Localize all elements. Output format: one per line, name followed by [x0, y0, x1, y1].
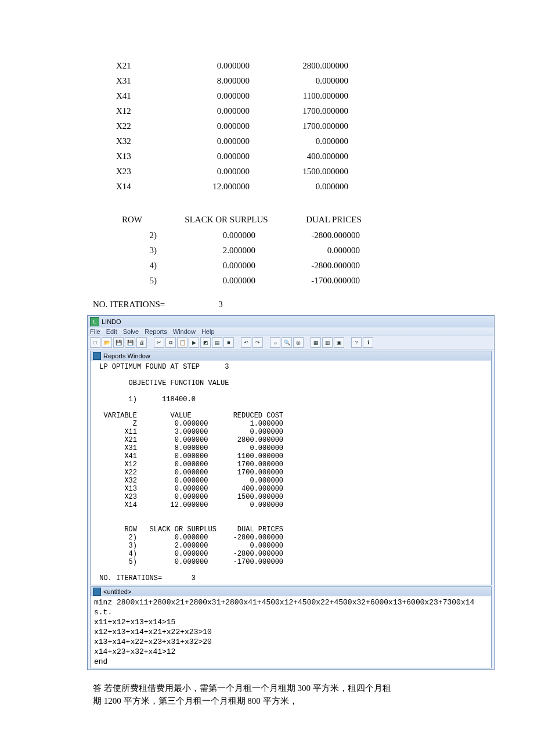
save2-icon[interactable]: 💾: [125, 337, 135, 348]
model-text[interactable]: minz 2800x11+2800x21+2800x31+2800x41+450…: [91, 596, 491, 668]
menubar: File Edit Solve Reports Window Help: [88, 327, 494, 336]
variable-table: X210.0000002800.000000 X318.0000000.0000…: [116, 58, 453, 194]
redo-icon[interactable]: ↷: [252, 337, 263, 348]
arrange-icon[interactable]: ▣: [334, 337, 344, 348]
open-icon[interactable]: 📂: [102, 337, 112, 348]
report-icon[interactable]: ▤: [212, 337, 222, 348]
save-icon[interactable]: 💾: [113, 337, 124, 348]
table-row: X1412.0000000.000000: [116, 179, 453, 194]
target-icon[interactable]: ◎: [293, 337, 304, 348]
window-titlebar[interactable]: L LINDO: [88, 316, 494, 327]
menu-file[interactable]: File: [90, 328, 100, 335]
menu-edit[interactable]: Edit: [106, 328, 117, 335]
var-value: 0.000000: [168, 61, 250, 71]
table-row: X230.0000001500.000000: [116, 164, 453, 179]
menu-help[interactable]: Help: [201, 328, 215, 335]
window-icon: [93, 352, 101, 360]
window-title: LINDO: [102, 318, 121, 325]
new-icon[interactable]: □: [90, 337, 100, 348]
table-row: X120.0000001700.000000: [116, 103, 453, 118]
tile-icon[interactable]: ▦: [311, 337, 321, 348]
paste-icon[interactable]: 📋: [177, 337, 187, 348]
stop-icon[interactable]: ■: [223, 337, 234, 348]
cascade-icon[interactable]: ▥: [322, 337, 333, 348]
print-icon[interactable]: 🖨: [136, 337, 147, 348]
subwindow-title: <untitled>: [103, 588, 131, 595]
reports-subwindow: Reports Window LP OPTIMUM FOUND AT STEP …: [90, 351, 492, 585]
table-row: X220.0000001700.000000: [116, 118, 453, 134]
menu-window[interactable]: Window: [173, 328, 196, 335]
copy-icon[interactable]: ⧉: [165, 337, 176, 348]
var-name: X21: [116, 61, 168, 71]
report-output: LP OPTIMUM FOUND AT STEP 3 OBJECTIVE FUN…: [91, 361, 491, 585]
var-rc: 2800.000000: [250, 61, 348, 71]
window-icon: [93, 588, 101, 596]
table-row: X410.0000001100.000000: [116, 88, 453, 103]
subwindow-title: Reports Window: [103, 352, 150, 359]
table-row: X320.0000000.000000: [116, 134, 453, 149]
subwindow-titlebar[interactable]: <untitled>: [91, 587, 491, 596]
app-icon: L: [90, 317, 99, 326]
table-row: X318.0000000.000000: [116, 73, 453, 88]
chart-icon[interactable]: ◩: [200, 337, 211, 348]
answer-paragraph: 答 若使所费租借费用最小，需第一个月租一个月租期 300 平方米，租四个月租 期…: [93, 682, 453, 707]
lindo-window: L LINDO File Edit Solve Reports Window H…: [87, 315, 495, 670]
table-row: X210.0000002800.000000: [116, 58, 453, 73]
table-row: X130.000000400.000000: [116, 149, 453, 164]
subwindow-titlebar[interactable]: Reports Window: [91, 351, 491, 361]
menu-reports[interactable]: Reports: [145, 328, 167, 335]
zoom-icon[interactable]: 🔍: [282, 337, 292, 348]
table-row: 5)0.000000-1700.000000: [122, 273, 453, 288]
table-row: 2)0.000000-2800.000000: [122, 228, 453, 243]
menu-solve[interactable]: Solve: [123, 328, 139, 335]
find-icon[interactable]: ⌕: [270, 337, 280, 348]
row-table: ROW SLACK OR SURPLUS DUAL PRICES 2)0.000…: [122, 211, 453, 288]
iterations-line: NO. ITERATIONS= 3: [93, 300, 453, 309]
undo-icon[interactable]: ↶: [241, 337, 251, 348]
toolbar: □ 📂 💾 💾 🖨 ✂ ⧉ 📋 ▶ ◩ ▤ ■ ↶ ↷ ⌕ 🔍 ◎ ▦ ▥ ▣: [88, 336, 494, 350]
row-header: ROW SLACK OR SURPLUS DUAL PRICES: [122, 211, 453, 228]
table-row: 3)2.0000000.000000: [122, 243, 453, 258]
model-subwindow: <untitled> minz 2800x11+2800x21+2800x31+…: [90, 586, 492, 668]
solve-icon[interactable]: ▶: [189, 337, 199, 348]
about-icon[interactable]: ℹ: [363, 337, 373, 348]
table-row: 4)0.000000-2800.000000: [122, 258, 453, 273]
help-icon[interactable]: ?: [351, 337, 362, 348]
cut-icon[interactable]: ✂: [154, 337, 164, 348]
